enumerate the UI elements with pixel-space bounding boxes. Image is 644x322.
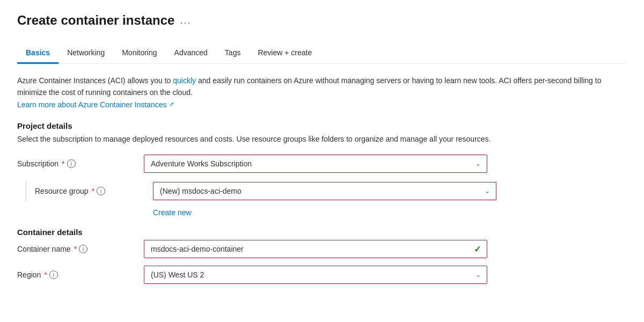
project-details-desc: Select the subscription to manage deploy… <box>17 134 627 145</box>
subscription-label: Subscription <box>17 159 58 168</box>
ellipsis-menu[interactable]: ... <box>180 15 191 26</box>
container-name-label: Container name <box>17 245 71 253</box>
container-name-info-icon[interactable]: i <box>79 245 87 253</box>
container-details-title: Container details <box>17 228 627 237</box>
description-text: Azure Container Instances (ACI) allows y… <box>17 75 627 99</box>
resource-group-info-icon[interactable]: i <box>97 187 105 195</box>
page-header: Create container instance ... <box>17 13 627 28</box>
subscription-select-wrapper: Adventure Works Subscription ⌄ <box>144 155 487 173</box>
container-name-input[interactable]: msdocs-aci-demo-container <box>144 240 487 258</box>
container-name-input-wrapper: msdocs-aci-demo-container ✓ <box>144 240 487 258</box>
create-new-container: Create new <box>153 206 627 217</box>
region-select[interactable]: (US) West US 2 <box>144 266 487 284</box>
resource-group-select[interactable]: (New) msdocs-aci-demo <box>153 182 496 200</box>
tab-review-create[interactable]: Review + create <box>249 43 320 64</box>
tab-basics[interactable]: Basics <box>17 43 58 64</box>
container-name-row: Container name * i msdocs-aci-demo-conta… <box>17 240 627 258</box>
subscription-select[interactable]: Adventure Works Subscription <box>144 155 487 173</box>
tab-tags[interactable]: Tags <box>216 43 250 64</box>
tab-networking[interactable]: Networking <box>58 43 113 64</box>
container-name-control: msdocs-aci-demo-container ✓ <box>144 240 487 258</box>
resource-group-select-wrapper: (New) msdocs-aci-demo ⌄ <box>153 182 496 200</box>
tab-advanced[interactable]: Advanced <box>166 43 216 64</box>
region-control: (US) West US 2 ⌄ <box>144 266 487 284</box>
region-select-wrapper: (US) West US 2 ⌄ <box>144 266 487 284</box>
region-label-col: Region * i <box>17 270 135 279</box>
container-name-required: * <box>74 245 77 253</box>
learn-more-link[interactable]: Learn more about Azure Container Instanc… <box>17 99 174 111</box>
description-block: Azure Container Instances (ACI) allows y… <box>17 75 627 111</box>
resource-group-label-col: Resource group * i <box>35 187 153 195</box>
create-new-link[interactable]: Create new <box>153 208 192 217</box>
region-label: Region <box>17 270 41 279</box>
external-link-icon: ↗ <box>169 100 174 109</box>
resource-group-label: Resource group <box>35 187 89 195</box>
subscription-label-col: Subscription * i <box>17 159 135 168</box>
resource-group-required: * <box>92 187 94 195</box>
project-details-title: Project details <box>17 121 627 130</box>
tab-monitoring[interactable]: Monitoring <box>113 43 165 64</box>
tab-bar: Basics Networking Monitoring Advanced Ta… <box>17 43 627 64</box>
container-name-label-col: Container name * i <box>17 245 135 253</box>
resource-group-control: (New) msdocs-aci-demo ⌄ <box>153 182 496 200</box>
region-info-icon[interactable]: i <box>49 270 58 279</box>
resource-group-row: Resource group * i (New) msdocs-aci-demo… <box>17 180 627 202</box>
subscription-info-icon[interactable]: i <box>67 159 76 168</box>
indent-line <box>26 180 26 202</box>
subscription-row: Subscription * i Adventure Works Subscri… <box>17 155 627 173</box>
page-title: Create container instance <box>17 13 174 28</box>
subscription-required: * <box>62 159 64 168</box>
region-required: * <box>44 270 47 279</box>
subscription-control: Adventure Works Subscription ⌄ <box>144 155 487 173</box>
region-row: Region * i (US) West US 2 ⌄ <box>17 266 627 284</box>
